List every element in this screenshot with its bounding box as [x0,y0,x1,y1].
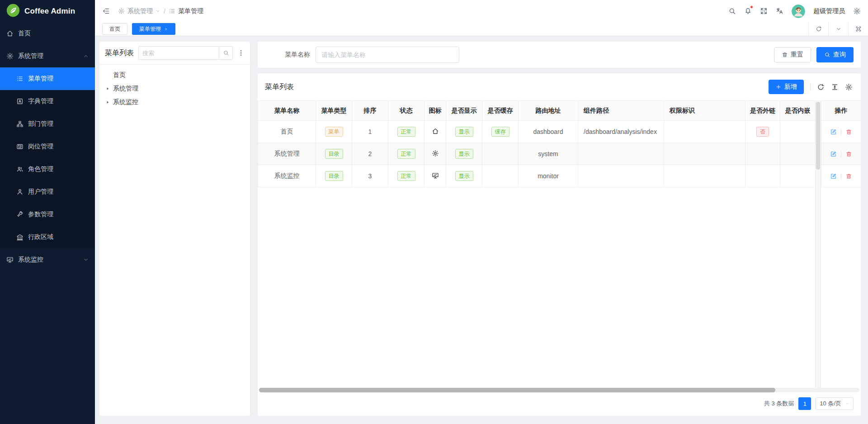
edit-icon[interactable] [830,151,837,157]
menu-list-icon [16,75,24,82]
table-title: 菜单列表 [265,82,294,92]
cell-iframe [780,143,816,165]
cell-cache: 缓存 [482,121,519,143]
cell-actions [821,143,861,165]
column-header-组件路径: 组件路径 [578,101,664,121]
tree-search-group [138,46,233,60]
tab-首页[interactable]: 首页 [102,23,127,35]
maximize-content-button[interactable] [848,22,868,36]
action-divider [841,129,841,135]
menu-name-input[interactable] [316,47,459,63]
sidebar-subitem-参数管理[interactable]: 参数管理 [0,203,95,226]
cell-icon [425,143,446,165]
tab-options-button[interactable] [828,22,848,36]
status-badge: 正常 [397,127,415,137]
sidebar-subitem-菜单管理[interactable]: 菜单管理 [0,67,95,90]
column-settings-gear-icon[interactable] [845,83,853,91]
settings-gear-icon[interactable] [853,7,861,15]
monitor-icon [432,172,439,179]
sidebar-subitem-角色管理[interactable]: 角色管理 [0,158,95,181]
trash-icon[interactable] [845,129,852,135]
tree-search-input[interactable] [139,47,219,59]
username[interactable]: 超级管理员 [813,7,845,15]
cell-menu-type: 目录 [316,165,352,187]
filter-buttons: 重置 查询 [774,47,854,62]
leaf-logo-icon [6,4,20,19]
sidebar-item-系统监控[interactable]: 系统监控 [0,248,95,271]
page-number-button[interactable]: 1 [798,397,811,410]
dict-icon [16,98,24,105]
cell-order: 1 [352,121,388,143]
refresh-tab-button[interactable] [808,22,828,36]
sidebar-subitem-行政区域[interactable]: 行政区域 [0,226,95,248]
cell-actions [821,165,861,187]
sidebar-subitem-字典管理[interactable]: 字典管理 [0,90,95,113]
tree-node-系统监控[interactable]: 系统监控 [105,95,245,109]
avatar[interactable] [792,5,805,18]
horizontal-scrollbar-thumb[interactable] [259,388,775,392]
tree-node-系统管理[interactable]: 系统管理 [105,82,245,95]
cell-visible: 显示 [446,143,482,165]
toolbar-divider [810,83,811,91]
refresh-icon [816,26,822,32]
action-divider [841,173,841,179]
table-row[interactable]: 首页菜单1正常显示缓存dashboard/dashboard/analysis/… [258,121,861,143]
search-icon[interactable] [728,7,736,15]
column-header-图标: 图标 [425,101,446,121]
tree-search-button[interactable] [219,47,232,59]
status-badge: 正常 [397,171,415,181]
translate-icon[interactable] [776,7,783,15]
edit-icon[interactable] [830,173,837,180]
cell-status: 正常 [388,143,425,165]
monitor-icon [6,256,14,263]
menu-fold-icon[interactable] [102,7,110,15]
tab-菜单管理[interactable]: 菜单管理 [132,23,175,35]
edit-icon[interactable] [830,129,837,135]
sidebar-subitem-部门管理[interactable]: 部门管理 [0,113,95,135]
cell-order: 3 [352,165,388,187]
sidebar-item-首页[interactable]: 首页 [0,22,95,45]
column-header-排序: 排序 [352,101,388,121]
status-badge: 缓存 [491,127,509,137]
main-column: 系统管理/菜单管理 超级管理员 首页菜单管理 [95,0,868,424]
table-header-row: 菜单名称菜单类型排序状态图标是否显示是否缓存路由地址组件路径权限标识是否外链是否… [258,101,861,121]
horizontal-scrollbar-track[interactable] [259,388,859,392]
table-row[interactable]: 系统监控目录3正常显示monitor [258,165,861,187]
cell-iframe [780,165,816,187]
page-size-select[interactable]: 10 条/页 [816,397,854,410]
cell-order: 2 [352,143,388,165]
cell-cache [482,165,519,187]
breadcrumb-item[interactable]: 菜单管理 [169,7,203,15]
pagination: 共 3 条数据 1 10 条/页 [258,392,861,416]
search-icon [223,50,229,56]
breadcrumb-item[interactable]: 系统管理 [118,7,160,15]
add-button[interactable]: 新增 [769,80,804,94]
reset-button[interactable]: 重置 [774,47,811,62]
tree-node-首页[interactable]: 首页 [105,68,245,82]
sidebar-item-系统管理[interactable]: 系统管理 [0,45,95,67]
trash-icon[interactable] [845,151,852,157]
more-options-icon[interactable] [237,49,245,57]
fullscreen-icon[interactable] [760,7,768,15]
notifications-button[interactable] [744,7,752,16]
sidebar-subitem-岗位管理[interactable]: 岗位管理 [0,135,95,158]
cell-component: /dashboard/analysis/index [578,121,664,143]
caret-icon [105,100,110,105]
table-row[interactable]: 系统管理目录2正常显示system [258,143,861,165]
brand-logo: Coffee Admin [0,0,95,22]
status-badge: 显示 [455,127,473,137]
status-badge: 目录 [325,171,343,181]
vertical-scrollbar-thumb[interactable] [816,102,820,170]
status-badge: 显示 [455,171,473,181]
search-button[interactable]: 查询 [816,47,854,62]
refresh-icon[interactable] [817,83,825,91]
cell-iframe [780,121,816,143]
row-density-icon[interactable] [831,83,839,91]
cell-visible: 显示 [446,121,482,143]
sidebar-subitem-用户管理[interactable]: 用户管理 [0,181,95,203]
filter-card: 菜单名称 重置 查询 [258,42,861,68]
wrench-icon [16,211,24,218]
trash-icon[interactable] [845,173,852,180]
topbar-actions: 超级管理员 [728,5,861,18]
cell-status: 正常 [388,165,425,187]
